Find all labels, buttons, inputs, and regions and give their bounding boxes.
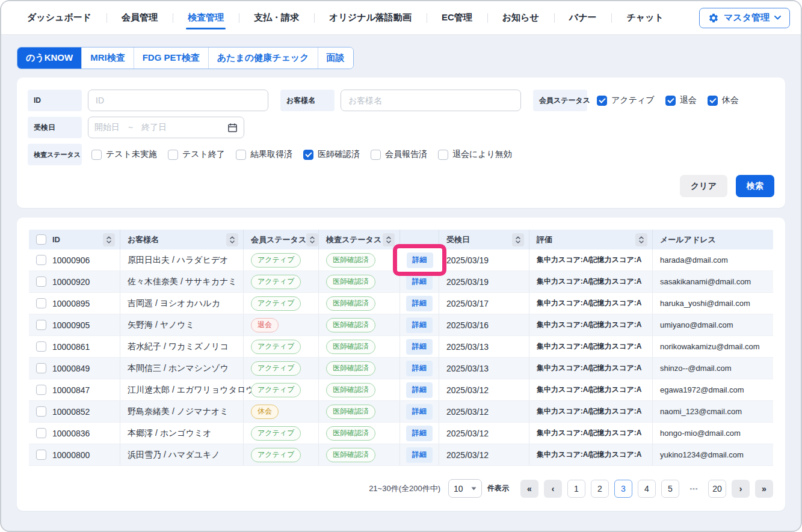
table-row: 10000861 若水紀子 / ワカミズノリコ アクティブ 医師確認済 詳細 2… — [29, 336, 773, 358]
page-number-button[interactable]: 1 — [567, 480, 585, 498]
checkbox-label: テスト終了 — [182, 149, 225, 160]
cell-score: 集中力スコア:A/記憶力スコア:A — [537, 406, 641, 417]
customer-name-input[interactable] — [341, 90, 521, 111]
checkbox-option[interactable]: 休会 — [708, 95, 739, 106]
exam-type-tabs: のうKNOWMRI検査FDG PET検査あたまの健康チェック面談 — [17, 47, 354, 69]
page-size-select[interactable]: 10 — [448, 479, 482, 498]
cell-exam-date: 2025/03/19 — [446, 277, 489, 287]
master-admin-button[interactable]: マスタ管理 — [699, 8, 790, 28]
last-page-button[interactable]: » — [755, 480, 773, 498]
detail-button[interactable]: 詳細 — [406, 426, 433, 441]
row-checkbox[interactable] — [36, 298, 46, 308]
page-number-button[interactable]: 5 — [661, 480, 679, 498]
checkbox-option[interactable]: アクティブ — [597, 95, 655, 106]
checkbox[interactable] — [597, 96, 607, 106]
row-checkbox[interactable] — [36, 363, 46, 373]
topnav-item[interactable]: オリジナル落語動画 — [314, 1, 427, 34]
checkbox-option[interactable]: 医師確認済 — [303, 149, 360, 160]
cell-email: hongo-mio@dmail.com — [660, 429, 741, 438]
page-number-button-current[interactable]: 3 — [614, 480, 632, 498]
topnav-item[interactable]: 会員管理 — [106, 1, 173, 34]
exam-type-tab[interactable]: のうKNOW — [17, 47, 81, 69]
next-page-button[interactable]: › — [732, 480, 750, 498]
cell-exam-date: 2025/03/12 — [446, 450, 489, 460]
cell-email: sasakikanami@dmail.com — [660, 277, 751, 286]
exam-type-tab[interactable]: FDG PET検査 — [134, 47, 208, 69]
id-input[interactable] — [88, 90, 268, 111]
topnav-item[interactable]: バナー — [554, 1, 612, 34]
cell-exam-date: 2025/03/19 — [446, 255, 489, 265]
sort-score-button[interactable] — [635, 233, 647, 246]
page-number-button[interactable]: 2 — [591, 480, 609, 498]
member-status-badge: アクティブ — [251, 296, 301, 311]
select-all-checkbox[interactable] — [36, 234, 46, 245]
sort-id-button[interactable] — [103, 233, 115, 246]
row-checkbox[interactable] — [36, 277, 46, 287]
topnav-item[interactable]: 支払・請求 — [239, 1, 314, 34]
detail-button[interactable]: 詳細 — [406, 296, 433, 311]
checkbox[interactable] — [438, 150, 448, 160]
prev-page-button[interactable]: ‹ — [544, 480, 562, 498]
row-checkbox[interactable] — [36, 341, 46, 352]
detail-button[interactable]: 詳細 — [406, 404, 433, 420]
checkbox[interactable] — [371, 150, 381, 160]
topnav-item[interactable]: チャット — [611, 1, 678, 34]
exam-type-tab[interactable]: MRI検査 — [81, 47, 134, 69]
detail-button[interactable]: 詳細 — [406, 274, 433, 290]
member-status-badge: アクティブ — [251, 253, 301, 268]
row-checkbox[interactable] — [36, 450, 46, 460]
checkbox-option[interactable]: 退会 — [665, 95, 697, 106]
detail-button[interactable]: 詳細 — [406, 382, 433, 398]
row-checkbox[interactable] — [36, 320, 46, 330]
cell-email: naomi_123@cmail.com — [660, 407, 742, 416]
checkbox-option[interactable]: 会員報告済 — [371, 149, 427, 160]
exam-date-range-input[interactable]: 開始日 ~ 終了日 — [88, 117, 244, 138]
first-page-button[interactable]: « — [520, 480, 538, 498]
search-button[interactable]: 検索 — [736, 175, 774, 197]
exam-status-badge: 医師確認済 — [326, 361, 375, 376]
calendar-icon[interactable] — [227, 123, 238, 133]
exam-status-badge: 医師確認済 — [326, 448, 375, 462]
row-checkbox[interactable] — [36, 385, 46, 395]
chevron-down-icon — [774, 16, 781, 20]
topnav-item[interactable]: お知らせ — [487, 1, 554, 34]
sort-exam-status-button[interactable] — [383, 233, 395, 246]
table-row: 10000847 江川遼太郎 / エガワリョウタロウ アクティブ 医師確認済 詳… — [29, 379, 773, 401]
detail-button[interactable]: 詳細 — [406, 361, 433, 376]
checkbox[interactable] — [236, 150, 246, 160]
checkbox[interactable] — [168, 150, 178, 160]
sort-member-status-button[interactable] — [306, 233, 318, 246]
cell-id: 10000906 — [52, 255, 90, 265]
topnav-item[interactable]: EC管理 — [427, 1, 487, 34]
exam-status-badge: 医師確認済 — [326, 340, 375, 354]
page-number-button[interactable]: 20 — [708, 480, 726, 498]
cell-customer-name: 本郷澪 / ホンゴウミオ — [128, 428, 212, 439]
checkbox[interactable] — [91, 150, 102, 160]
topnav-item-label: オリジナル落語動画 — [329, 12, 412, 23]
cell-id: 10000836 — [52, 429, 90, 438]
detail-button[interactable]: 詳細 — [406, 339, 433, 355]
detail-button[interactable]: 詳細 — [406, 317, 433, 333]
cell-id: 10000905 — [52, 320, 90, 330]
row-checkbox[interactable] — [36, 428, 46, 438]
topnav-item[interactable]: 検査管理 — [173, 1, 239, 34]
exam-type-tab[interactable]: あたまの健康チェック — [208, 47, 318, 69]
row-checkbox[interactable] — [36, 255, 46, 265]
cell-customer-name: 吉岡遥 / ヨシオカハルカ — [128, 298, 220, 309]
sort-exam-date-button[interactable] — [512, 233, 524, 246]
checkbox-option[interactable]: テスト終了 — [168, 149, 225, 160]
clear-button[interactable]: クリア — [680, 175, 727, 197]
exam-type-tab[interactable]: 面談 — [318, 47, 353, 69]
checkbox-option[interactable]: テスト未実施 — [91, 149, 157, 160]
checkbox[interactable] — [708, 96, 718, 106]
detail-button[interactable]: 詳細 — [406, 447, 433, 463]
page-number-button[interactable]: 4 — [638, 480, 656, 498]
detail-button-highlighted[interactable]: 詳細 — [407, 252, 433, 268]
sort-customer-name-button[interactable] — [226, 233, 238, 246]
checkbox-option[interactable]: 結果取得済 — [236, 149, 292, 160]
checkbox[interactable] — [303, 150, 313, 160]
row-checkbox[interactable] — [36, 406, 46, 417]
checkbox-option[interactable]: 退会により無効 — [438, 149, 512, 160]
topnav-item[interactable]: ダッシュボード — [12, 1, 106, 34]
checkbox[interactable] — [665, 96, 676, 106]
